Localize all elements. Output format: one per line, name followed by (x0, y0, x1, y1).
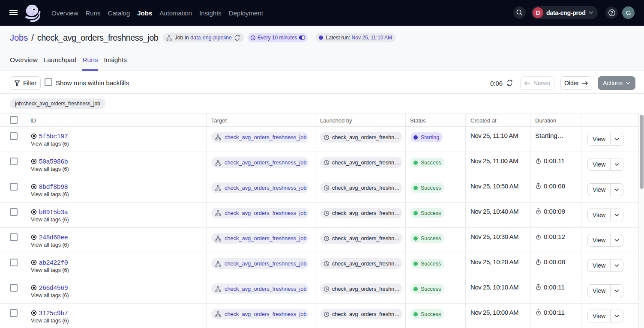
svg-text:?: ? (610, 10, 613, 15)
